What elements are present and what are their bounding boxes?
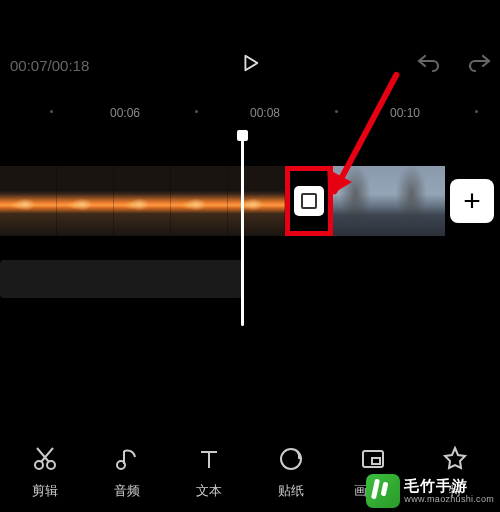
plus-icon: +	[463, 184, 481, 218]
ruler-tick: 00:10	[390, 106, 420, 120]
tool-text[interactable]: 文本	[168, 445, 250, 500]
redo-icon	[468, 53, 492, 73]
watermark-icon	[366, 474, 400, 508]
watermark: 毛竹手游 www.maozhushi.com	[366, 474, 494, 508]
tool-label: 贴纸	[278, 482, 304, 500]
audio-track[interactable]	[0, 260, 243, 298]
playhead[interactable]	[241, 136, 244, 326]
svg-rect-5	[372, 458, 380, 464]
ruler-tick: 00:06	[110, 106, 140, 120]
ruler-tick: 00:08	[250, 106, 280, 120]
clip-2[interactable]	[333, 166, 445, 236]
tool-sticker[interactable]: 贴纸	[250, 445, 332, 500]
timeline-ruler[interactable]: 00:0600:0800:10	[0, 102, 500, 128]
ruler-dot	[335, 110, 338, 113]
timeline[interactable]: +	[0, 128, 500, 393]
svg-point-2	[117, 461, 125, 469]
tool-audio[interactable]: 音频	[86, 445, 168, 500]
redo-button[interactable]	[468, 53, 492, 77]
transport-bar: 00:07/00:18	[0, 28, 500, 102]
watermark-title: 毛竹手游	[404, 477, 494, 494]
time-display: 00:07/00:18	[10, 57, 89, 74]
play-icon	[239, 52, 261, 74]
audio-icon	[113, 445, 141, 473]
text-icon	[195, 445, 223, 473]
ruler-dot	[475, 110, 478, 113]
ruler-dot	[195, 110, 198, 113]
tool-label: 剪辑	[32, 482, 58, 500]
tool-label: 文本	[196, 482, 222, 500]
tool-cut[interactable]: 剪辑	[4, 445, 86, 500]
status-bar	[0, 0, 500, 28]
effect-icon	[441, 445, 469, 473]
cut-icon	[31, 445, 59, 473]
sticker-icon	[277, 445, 305, 473]
pip-icon	[359, 445, 387, 473]
undo-button[interactable]	[416, 53, 440, 77]
undo-icon	[416, 53, 440, 73]
ruler-dot	[50, 110, 53, 113]
add-clip-button[interactable]: +	[450, 179, 494, 223]
play-button[interactable]	[239, 52, 261, 78]
watermark-sub: www.maozhushi.com	[404, 494, 494, 504]
transition-button[interactable]	[285, 166, 333, 236]
tool-label: 音频	[114, 482, 140, 500]
transition-icon	[294, 186, 324, 216]
